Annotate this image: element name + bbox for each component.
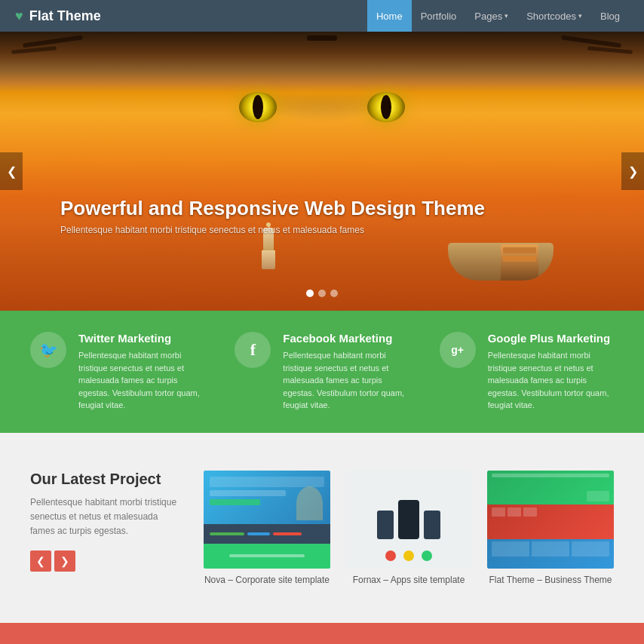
feature-googleplus-desc: Pellentesque habitant morbi tristique se… [488,349,614,412]
portfolio-items: Nova – Corporate site template Fornax – … [204,471,614,585]
portfolio-img-3 [487,471,614,569]
portfolio-description: Pellentesque habitant morbi tristique se… [30,495,181,539]
portfolio-label-2: Fornax – Apps site template [345,575,472,585]
portfolio-next-button[interactable]: ❯ [54,550,75,572]
tiger-eye-left [239,92,277,122]
brand-name: Flat Theme [29,8,101,24]
feature-twitter: 🐦 Twitter Marketing Pellentesque habitan… [30,332,204,412]
slider-prev-button[interactable]: ❮ [0,152,23,190]
feature-facebook-desc: Pellentesque habitant morbi tristique se… [283,349,409,412]
googleplus-icon: g+ [440,332,476,368]
chevron-down-icon: ▾ [504,12,508,20]
portfolio-section: Our Latest Project Pellentesque habitant… [0,433,644,623]
portfolio-card-2[interactable]: Fornax – Apps site template [345,471,472,585]
portfolio-intro: Our Latest Project Pellentesque habitant… [30,471,181,572]
portfolio-prev-button[interactable]: ❮ [30,550,51,572]
portfolio-card-3[interactable]: Flat Theme – Business Theme [487,471,614,585]
slider-dot-2[interactable] [318,290,326,297]
feature-facebook-title: Facebook Marketing [283,332,409,345]
feature-googleplus-title: Google Plus Marketing [488,332,614,345]
portfolio-label-3: Flat Theme – Business Theme [487,575,614,585]
hero-slider: Powerful and Responsive Web Design Theme… [0,32,644,311]
portfolio-label-1: Nova – Corporate site template [204,575,330,585]
nav-blog[interactable]: Blog [591,0,629,32]
twitter-icon: 🐦 [30,332,66,368]
feature-facebook-text: Facebook Marketing Pellentesque habitant… [283,332,409,412]
hero-boat [448,243,554,281]
slider-dot-1[interactable] [306,290,314,297]
hero-subtitle: Pellentesque habitant morbi tristique se… [60,225,485,235]
hero-title: Powerful and Responsive Web Design Theme [60,197,485,220]
feature-googleplus: g+ Google Plus Marketing Pellentesque ha… [440,332,614,412]
feature-facebook: f Facebook Marketing Pellentesque habita… [235,332,409,412]
tiger-stripes [0,32,644,77]
portfolio-title: Our Latest Project [30,471,181,488]
nav-home[interactable]: Home [367,0,412,32]
hero-gradient [0,160,644,311]
slider-dot-3[interactable] [330,290,338,297]
features-section: 🐦 Twitter Marketing Pellentesque habitan… [0,311,644,433]
feature-googleplus-text: Google Plus Marketing Pellentesque habit… [488,332,614,412]
feature-twitter-title: Twitter Marketing [78,332,204,345]
nav-shortcodes[interactable]: Shortcodes ▾ [517,0,591,32]
portfolio-img-1 [204,471,330,569]
portfolio-card-1[interactable]: Nova – Corporate site template [204,471,330,585]
portfolio-img-2 [345,471,472,569]
facebook-icon: f [235,332,271,368]
chevron-down-icon: ▾ [578,12,582,20]
slider-next-button[interactable]: ❯ [621,152,644,190]
navbar: ♥ Flat Theme Home Portfolio Pages ▾ Shor… [0,0,644,32]
heart-icon: ♥ [15,8,23,24]
testimonial-section: What our clients say Pellentesque habita… [0,623,644,645]
feature-twitter-text: Twitter Marketing Pellentesque habitant … [78,332,204,412]
portfolio-nav: ❮ ❯ [30,550,181,572]
tiger-eye-right [367,92,405,122]
nav-portfolio[interactable]: Portfolio [412,0,466,32]
nav-pages[interactable]: Pages ▾ [465,0,517,32]
hero-content: Powerful and Responsive Web Design Theme… [60,197,485,235]
feature-twitter-desc: Pellentesque habitant morbi tristique se… [78,349,204,412]
brand-logo[interactable]: ♥ Flat Theme [15,8,101,24]
slider-dots [306,290,338,297]
nav-menu: Home Portfolio Pages ▾ Shortcodes ▾ Blog [367,0,629,32]
